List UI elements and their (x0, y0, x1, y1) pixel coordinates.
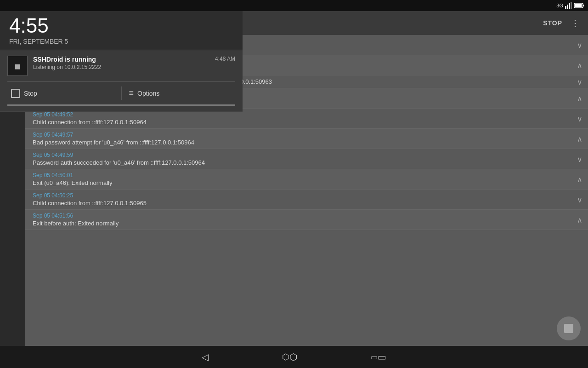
log-timestamp: Sep 05 04:50:01 (33, 172, 581, 178)
fab-icon (564, 324, 573, 333)
terminal-icon: ■ (15, 61, 20, 71)
log-entry[interactable]: Sep 05 04:50:25Child connection from ::f… (25, 190, 588, 210)
log-timestamp: Sep 05 04:49:57 (33, 132, 581, 138)
chevron-icon: ∧ (577, 215, 582, 224)
options-icon: ≡ (129, 88, 134, 98)
log-message: Password auth succeeded for 'u0_a46' fro… (33, 159, 581, 166)
notif-progress-bar (7, 104, 235, 106)
chevron-icon: ∧ (577, 134, 582, 143)
log-message: Child connection from ::ffff:127.0.0.1:5… (33, 119, 581, 126)
notification-panel: 4:55 FRI, SEPTEMBER 5 ■ SSHDroid is runn… (0, 11, 243, 112)
log-entry[interactable]: Sep 05 04:50:01Exit (u0_a46): Exited nor… (25, 169, 588, 190)
notification-card: ■ SSHDroid is running Listening on 10.0.… (0, 50, 243, 111)
log-timestamp: Sep 05 04:49:59 (33, 152, 581, 158)
fab-button[interactable] (557, 316, 581, 340)
notif-progress (7, 104, 235, 106)
stop-label: Stop (24, 90, 37, 97)
options-action[interactable]: ≡ Options (125, 86, 236, 100)
log-message: Exit before auth: Exited normally (33, 220, 581, 227)
svg-rect-6 (575, 4, 582, 7)
svg-rect-2 (569, 3, 570, 9)
log-message: Child connection from ::ffff:127.0.0.1:5… (33, 200, 581, 207)
back-button[interactable] (202, 351, 209, 362)
log-message: Exit (u0_a46): Exited normally (33, 179, 581, 186)
home-button[interactable]: ⬡ (282, 351, 297, 362)
menu-icon[interactable]: ⋮ (568, 15, 582, 31)
clock-time: 4:55 (9, 16, 68, 36)
recent-button[interactable]: ▭ (371, 351, 386, 362)
stop-action[interactable]: Stop (7, 86, 118, 100)
log-entry[interactable]: Sep 05 04:49:59Password auth succeeded f… (25, 149, 588, 169)
options-label: Options (137, 90, 159, 97)
chevron-icon: ∨ (577, 77, 582, 86)
notif-time: 4:48 AM (215, 56, 235, 62)
signal-icon (565, 2, 572, 9)
log-timestamp: Sep 05 04:51:56 (33, 213, 581, 219)
chevron-icon: ∧ (577, 94, 582, 103)
svg-rect-0 (565, 6, 566, 9)
chevron-icon: ∨ (577, 155, 582, 163)
stop-icon (11, 89, 20, 98)
notif-content: SSHDroid is running Listening on 10.0.2.… (33, 56, 209, 70)
status-icons: 3G (556, 2, 584, 9)
chevron-icon: ∨ (577, 40, 582, 49)
nav-bar: ⬡ ▭ (0, 346, 588, 368)
chevron-icon: ∧ (577, 175, 582, 184)
battery-icon (574, 3, 584, 8)
action-divider (121, 86, 122, 100)
notif-subtitle: Listening on 10.0.2.15:2222 (33, 64, 209, 70)
log-entry[interactable]: Sep 05 04:49:57Bad password attempt for … (25, 129, 588, 149)
svg-rect-1 (567, 5, 568, 9)
log-message: Bad password attempt for 'u0_a46' from :… (33, 139, 581, 146)
svg-rect-3 (571, 2, 572, 9)
log-timestamp: Sep 05 04:49:52 (33, 111, 581, 118)
log-entry[interactable]: Sep 05 04:51:56Exit before auth: Exited … (25, 210, 588, 230)
stop-button[interactable]: STOP (537, 17, 568, 29)
chevron-icon: ∧ (577, 61, 582, 69)
notif-app-icon: ■ (7, 56, 28, 76)
chevron-icon: ∨ (577, 195, 582, 204)
chevron-icon: ∨ (577, 114, 582, 123)
notif-title: SSHDroid is running (33, 56, 209, 63)
svg-rect-5 (583, 5, 584, 6)
clock-date: FRI, SEPTEMBER 5 (9, 38, 68, 45)
signal-label: 3G (556, 3, 563, 8)
log-timestamp: Sep 05 04:50:25 (33, 192, 581, 199)
clock-area: 4:55 FRI, SEPTEMBER 5 (0, 11, 243, 50)
notif-actions: Stop ≡ Options (7, 81, 235, 100)
status-bar: 3G (0, 0, 588, 11)
